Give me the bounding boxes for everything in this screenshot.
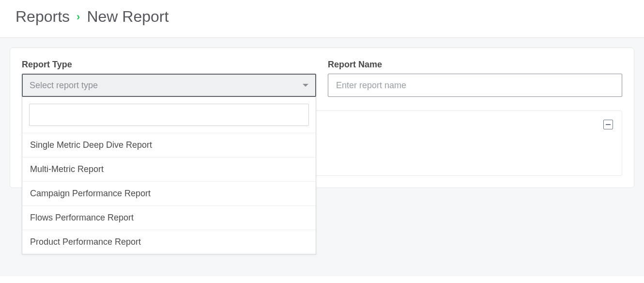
- collapse-icon[interactable]: [603, 120, 613, 129]
- report-name-column: Report Name: [328, 60, 622, 97]
- report-name-input[interactable]: [328, 74, 622, 97]
- report-card: Report Type Select report type Single Me…: [10, 47, 634, 188]
- report-type-select-wrapper: Select report type Single Metric Deep Di…: [22, 74, 316, 97]
- dropdown-option[interactable]: Campaign Performance Report: [22, 181, 316, 205]
- report-type-label: Report Type: [22, 60, 316, 70]
- dropdown-option[interactable]: Multi-Metric Report: [22, 157, 316, 181]
- page-header: Reports › New Report: [0, 0, 644, 38]
- dropdown-option[interactable]: Product Performance Report: [22, 230, 316, 254]
- dropdown-option[interactable]: Single Metric Deep Dive Report: [22, 133, 316, 157]
- dropdown-search-input[interactable]: [29, 104, 309, 126]
- page-body: Report Type Select report type Single Me…: [0, 38, 644, 276]
- report-type-column: Report Type Select report type Single Me…: [22, 60, 316, 97]
- report-type-select[interactable]: Select report type: [22, 74, 316, 97]
- report-name-label: Report Name: [328, 60, 622, 70]
- breadcrumb-current: New Report: [87, 8, 169, 26]
- dropdown-option[interactable]: Flows Performance Report: [22, 205, 316, 230]
- breadcrumb-parent-link[interactable]: Reports: [15, 8, 70, 26]
- chevron-right-icon: ›: [77, 12, 80, 22]
- report-type-dropdown: Single Metric Deep Dive Report Multi-Met…: [22, 97, 316, 254]
- caret-down-icon: [303, 84, 308, 87]
- dropdown-search-wrap: [22, 97, 316, 133]
- report-type-placeholder: Select report type: [30, 80, 98, 91]
- form-row: Report Type Select report type Single Me…: [22, 60, 622, 97]
- breadcrumb: Reports › New Report: [15, 8, 629, 26]
